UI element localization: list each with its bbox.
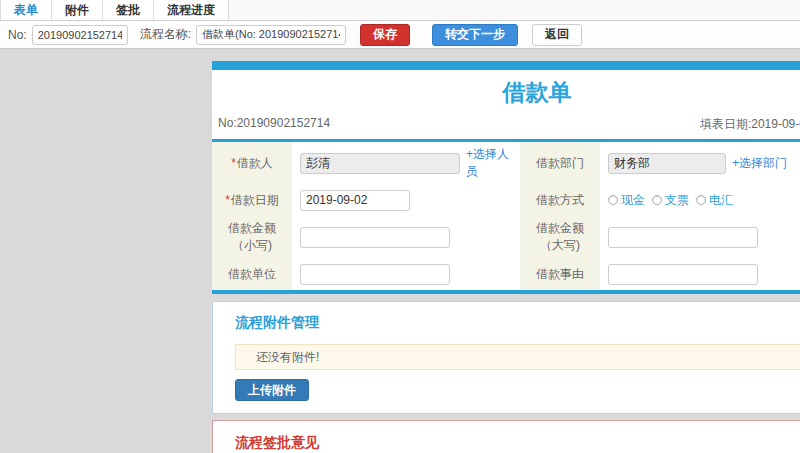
doc-meta-row: No:20190902152714 填表日期:2019-09-02 15:27:… [212,114,800,142]
no-input[interactable] [32,25,128,45]
loan-method-radio-2[interactable]: 电汇 [696,192,733,209]
loan-unit-field [292,258,520,290]
no-label: No: [8,28,27,42]
borrower-field: +选择人员 [292,142,520,184]
flow-name-label: 流程名称: [140,26,191,43]
screen: 表单附件签批流程进度 No: 流程名称: 保存 转交下一步 返回 借款单 No:… [0,0,800,453]
select-person-link[interactable]: +选择人员 [466,146,514,180]
header: 表单附件签批流程进度 No: 流程名称: 保存 转交下一步 返回 [0,0,800,49]
attachment-section-title: 流程附件管理 [235,314,800,332]
loan-method-radio-1[interactable]: 支票 [652,192,689,209]
tab-bar: 表单附件签批流程进度 [0,0,800,21]
loan-reason-field [600,258,800,290]
loan-date-field [292,184,520,216]
radio-icon[interactable] [652,195,662,205]
tab-form[interactable]: 表单 [0,0,52,20]
loan-method-label: 借款方式 [520,184,600,216]
approval-panel: 流程签批意见 BIabc” 样式 ▼ 格式 ▼ [212,420,800,453]
doc-number: No:20190902152714 [218,116,330,133]
borrower-input[interactable] [300,153,460,174]
borrower-label: *借款人 [212,142,292,184]
form-title: 借款单 [212,70,800,114]
back-button[interactable]: 返回 [532,24,582,46]
loan-date-input[interactable] [300,190,410,211]
select-department-link[interactable]: +选择部门 [732,155,787,172]
amount-lowercase-label: 借款金额（小写) [212,216,292,258]
radio-icon[interactable] [608,195,618,205]
attachment-panel: 流程附件管理 还没有附件! 上传附件 [212,301,800,414]
amount-lowercase-input[interactable] [300,227,450,248]
amount-lowercase-field [292,216,520,258]
panel-top-bar [212,61,800,70]
form-grid: *借款人+选择人员借款部门+选择部门*借款日期借款方式现金支票电汇借款金额（小写… [212,142,800,294]
action-toolbar: No: 流程名称: 保存 转交下一步 返回 [0,21,800,49]
department-label: 借款部门 [520,142,600,184]
loan-method-field: 现金支票电汇 [600,184,800,216]
amount-uppercase-input[interactable] [608,227,758,248]
approval-section-title: 流程签批意见 [235,434,800,452]
loan-reason-input[interactable] [608,264,758,285]
flow-name-input[interactable] [196,25,346,45]
required-asterisk: * [225,193,230,207]
loan-unit-input[interactable] [300,264,450,285]
loan-reason-label: 借款事由 [520,258,600,290]
no-attachment-message: 还没有附件! [235,344,800,370]
amount-uppercase-field [600,216,800,258]
next-step-button[interactable]: 转交下一步 [432,24,518,46]
upload-attachment-button[interactable]: 上传附件 [235,379,309,401]
department-field: +选择部门 [600,142,800,184]
loan-method-radio-0[interactable]: 现金 [608,192,645,209]
loan-form-panel: 借款单 No:20190902152714 填表日期:2019-09-02 15… [212,61,800,294]
amount-uppercase-label: 借款金额（大写) [520,216,600,258]
loan-date-label: *借款日期 [212,184,292,216]
loan-unit-label: 借款单位 [212,258,292,290]
fill-date: 填表日期:2019-09-02 15:27:1 [700,116,800,133]
save-button[interactable]: 保存 [360,24,410,46]
required-asterisk: * [231,156,236,170]
tab-attachments[interactable]: 附件 [52,0,103,20]
tab-approval[interactable]: 签批 [103,0,154,20]
radio-icon[interactable] [696,195,706,205]
department-input[interactable] [608,153,726,174]
tab-progress[interactable]: 流程进度 [154,0,229,20]
